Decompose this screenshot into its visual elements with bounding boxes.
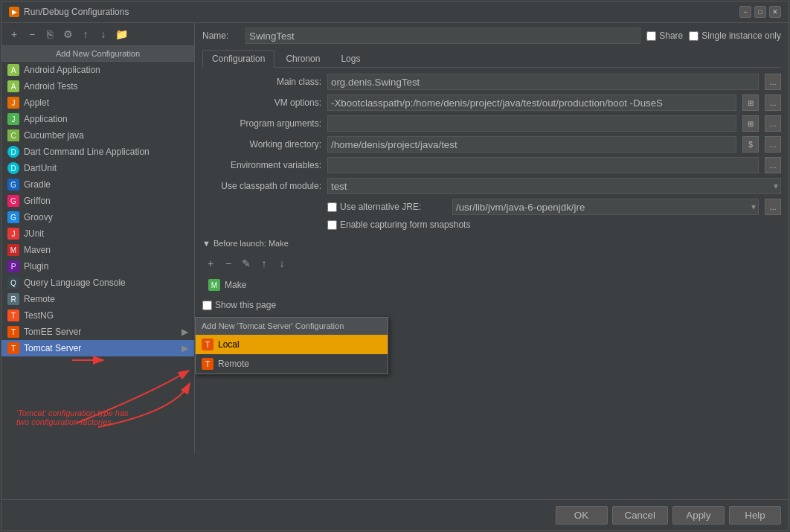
list-item-dart-unit[interactable]: D DartUnit (1, 160, 194, 176)
classpath-module-select-wrap: test ▾ (327, 178, 781, 194)
share-checkbox[interactable] (646, 31, 656, 41)
before-launch-remove-button[interactable]: − (220, 255, 237, 272)
android-app-label: Android Application (24, 65, 100, 75)
popup-header: Add New 'Tomcat Server' Configuration (196, 318, 388, 335)
add-new-label: Add New Configuration (1, 46, 194, 62)
list-item-dart-cmd[interactable]: D Dart Command Line Application (1, 144, 194, 160)
move-up-button[interactable]: ↑ (77, 26, 94, 42)
cancel-button[interactable]: Cancel (612, 506, 669, 525)
list-item-android-tests[interactable]: A Android Tests (1, 78, 194, 94)
single-instance-checkbox[interactable] (689, 31, 699, 41)
list-item-gradle[interactable]: G Gradle (1, 176, 194, 193)
classpath-module-select[interactable]: test (327, 178, 781, 194)
copy-config-button[interactable]: ⎘ (42, 26, 58, 42)
cucumber-label: Cucumber java (24, 130, 84, 141)
enable-snapshots-checkbox[interactable] (327, 220, 337, 230)
enable-snapshots-text: Enable capturing form snapshots (340, 219, 470, 230)
application-label: Application (24, 114, 68, 124)
env-vars-input[interactable] (327, 157, 759, 173)
list-item-groovy[interactable]: G Groovy (1, 209, 194, 225)
alt-jre-select[interactable]: /usr/lib/jvm/java-6-openjdk/jre (452, 199, 759, 215)
list-item-testng[interactable]: T TestNG (1, 307, 194, 324)
alt-jre-checkbox[interactable] (327, 202, 337, 212)
add-config-button[interactable]: + (6, 26, 22, 42)
popup-remote-item[interactable]: T Remote (196, 354, 388, 374)
list-item-applet[interactable]: J Applet (1, 94, 194, 111)
before-launch-add-button[interactable]: + (202, 255, 219, 272)
tab-logs[interactable]: Logs (331, 50, 370, 67)
tab-configuration[interactable]: Configuration (202, 50, 274, 68)
list-item-maven[interactable]: M Maven (1, 242, 194, 258)
close-button[interactable]: ✕ (769, 6, 781, 18)
name-field-input[interactable] (245, 28, 640, 44)
working-dir-input[interactable] (327, 136, 736, 153)
program-args-expand-button[interactable]: ⊞ (742, 115, 759, 132)
single-instance-checkbox-label[interactable]: Single instance only (689, 31, 781, 41)
minimize-button[interactable]: − (739, 6, 751, 18)
maven-label: Maven (24, 245, 51, 255)
list-item-android-app[interactable]: A Android Application (1, 62, 194, 78)
alt-jre-checkbox-label[interactable]: Use alternative JRE: (327, 202, 446, 212)
before-launch-up-button[interactable]: ↑ (256, 255, 272, 272)
list-item-tomee[interactable]: T TomEE Server ▶ (1, 324, 194, 340)
show-page-label[interactable]: Show this page (202, 300, 276, 310)
list-item-junit[interactable]: J JUnit (1, 225, 194, 242)
folder-button[interactable]: 📁 (113, 26, 129, 42)
list-item-griffon[interactable]: G Griffon (1, 193, 194, 209)
program-args-input[interactable] (327, 115, 736, 132)
working-dir-browse-button[interactable]: … (765, 136, 781, 153)
move-down-button[interactable]: ↓ (95, 26, 112, 42)
working-dir-macro-button[interactable]: $ (742, 136, 759, 153)
maven-icon: M (7, 244, 19, 256)
help-button[interactable]: Help (729, 506, 781, 525)
junit-label: JUnit (24, 228, 44, 239)
dart-cmd-icon: D (7, 146, 19, 158)
show-page-checkbox[interactable] (202, 301, 212, 310)
list-item-application[interactable]: J Application (1, 111, 194, 127)
before-launch-label: Before launch: Make (213, 239, 289, 248)
gradle-label: Gradle (24, 179, 51, 190)
vm-options-row: VM options: ⊞ … (202, 94, 781, 111)
list-item-plugin[interactable]: P Plugin (1, 258, 194, 275)
alt-jre-row: Use alternative JRE: /usr/lib/jvm/java-6… (202, 199, 781, 215)
dialog-title: Run/Debug Configurations (24, 7, 129, 17)
apply-button[interactable]: Apply (672, 506, 725, 525)
list-item-query[interactable]: Q Query Language Console (1, 275, 194, 291)
query-label: Query Language Console (24, 278, 126, 288)
ok-button[interactable]: OK (556, 506, 608, 525)
groovy-icon: G (7, 211, 19, 223)
remove-config-button[interactable]: − (24, 26, 40, 42)
vm-options-input[interactable] (327, 94, 736, 111)
right-panel: Name: Share Single instance only Configu… (195, 23, 789, 499)
settings-config-button[interactable]: ⚙ (60, 26, 76, 42)
popup-local-label: Local (218, 339, 240, 350)
env-vars-browse-button[interactable]: … (765, 157, 781, 173)
list-item-remote[interactable]: R Remote (1, 291, 194, 307)
title-bar: ▶ Run/Debug Configurations − □ ✕ (1, 1, 789, 23)
vm-options-browse-button[interactable]: … (765, 94, 781, 111)
before-launch-down-button[interactable]: ↓ (274, 255, 290, 272)
form-area: Main class: … VM options: ⊞ … Program ar… (202, 74, 781, 495)
applet-label: Applet (24, 97, 49, 108)
restore-button[interactable]: □ (754, 6, 766, 18)
enable-snapshots-label[interactable]: Enable capturing form snapshots (327, 219, 470, 230)
application-icon: J (7, 113, 19, 125)
list-item-cucumber[interactable]: C Cucumber java (1, 127, 194, 144)
popup-local-item[interactable]: T Local (196, 335, 388, 354)
before-launch-make-item: M Make (202, 278, 781, 292)
annotation-text: 'Tomcat' configuration type hastwo confi… (16, 408, 187, 426)
plugin-icon: P (7, 260, 19, 272)
working-dir-label: Working directory: (202, 139, 321, 150)
env-vars-label: Environment variables: (202, 160, 321, 170)
main-class-input[interactable] (327, 74, 759, 90)
vm-options-expand-button[interactable]: ⊞ (742, 94, 759, 111)
alt-jre-browse-button[interactable]: … (765, 199, 781, 215)
share-checkbox-label[interactable]: Share (646, 31, 683, 41)
main-class-browse-button[interactable]: … (765, 74, 781, 90)
before-launch-edit-button[interactable]: ✎ (238, 255, 254, 272)
tab-chronon[interactable]: Chronon (276, 50, 330, 67)
program-args-browse-button[interactable]: … (765, 115, 781, 132)
name-field-label: Name: (202, 31, 240, 41)
list-item-tomcat[interactable]: T Tomcat Server ▶ (1, 340, 194, 356)
android-tests-label: Android Tests (24, 81, 78, 92)
